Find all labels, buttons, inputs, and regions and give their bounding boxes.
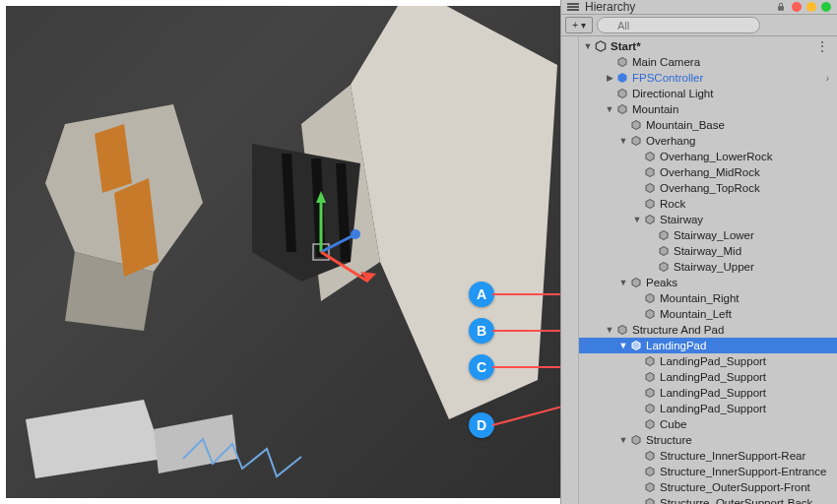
tree-row[interactable]: Mountain_Right xyxy=(579,290,837,306)
foldout-icon[interactable]: ▶ xyxy=(605,73,614,83)
svg-marker-6 xyxy=(311,158,326,257)
foldout-icon[interactable]: ▼ xyxy=(618,435,628,445)
scene-view[interactable]: A B C D xyxy=(6,6,560,498)
foldout-icon[interactable]: ▼ xyxy=(632,215,642,224)
svg-marker-1 xyxy=(301,85,380,301)
tree-row[interactable]: Main Camera xyxy=(579,54,837,70)
foldout-icon[interactable]: ▼ xyxy=(605,104,614,114)
tree-row-prefab[interactable]: ▶ FPSController › xyxy=(579,70,837,86)
gameobject-icon xyxy=(643,370,657,384)
node-label: Structure_OuterSupport-Front xyxy=(660,481,810,493)
foldout-icon[interactable]: ▼ xyxy=(583,41,593,51)
tree-row-selected[interactable]: ▼LandingPad xyxy=(579,338,837,353)
tree-row[interactable]: Structure_OuterSupport-Front xyxy=(579,479,837,495)
tree-row[interactable]: Overhang_TopRock xyxy=(579,180,837,196)
traffic-red[interactable] xyxy=(792,2,802,12)
node-label: Stairway_Mid xyxy=(674,245,741,257)
hierarchy-toolbar: + ▾ xyxy=(561,15,837,36)
gameobject-icon xyxy=(643,449,657,463)
svg-rect-12 xyxy=(313,244,329,260)
gameobject-icon xyxy=(643,213,657,226)
tree-row[interactable]: Stairway_Upper xyxy=(579,259,837,275)
node-label: Overhang xyxy=(646,135,696,147)
tree-row[interactable]: ▼Stairway xyxy=(579,212,837,227)
traffic-yellow[interactable] xyxy=(806,2,816,12)
svg-point-16 xyxy=(351,229,360,239)
gameobject-icon xyxy=(615,102,629,116)
gameobject-icon xyxy=(643,165,657,179)
svg-marker-9 xyxy=(95,124,132,193)
panel-title: Hierarchy xyxy=(585,0,635,14)
node-label: Structure_InnerSupport-Rear xyxy=(660,450,805,462)
gameobject-icon xyxy=(643,465,657,478)
tree-row[interactable]: Rock xyxy=(579,196,837,212)
node-label: LandingPad_Support xyxy=(660,387,766,399)
hierarchy-tree[interactable]: ▼ Start* ⋮ Main Camera ▶ FPSController ›… xyxy=(579,36,837,504)
tree-row[interactable]: Directional Light xyxy=(579,86,837,101)
node-label: Structurre_OuterSupport-Back xyxy=(660,497,812,504)
tree-row[interactable]: LandingPad_Support xyxy=(579,385,837,401)
tree-row[interactable]: ▼Peaks xyxy=(579,275,837,290)
callout-a: A xyxy=(469,282,494,307)
gameobject-icon xyxy=(629,118,643,132)
unity-scene-icon xyxy=(594,39,608,53)
node-label: Overhang_LowerRock xyxy=(660,151,772,162)
foldout-icon[interactable]: ▼ xyxy=(618,136,628,146)
svg-marker-2 xyxy=(45,104,203,272)
gameobject-icon xyxy=(629,339,643,352)
gameobject-icon xyxy=(643,354,657,368)
tree-row[interactable]: Stairway_Lower xyxy=(579,227,837,243)
tree-row[interactable]: Structurre_OuterSupport-Back xyxy=(579,495,837,504)
callout-d: D xyxy=(469,412,494,438)
tree-row[interactable]: LandingPad_Support xyxy=(579,369,837,385)
node-label: Directional Light xyxy=(632,88,713,99)
lock-icon[interactable] xyxy=(776,2,786,12)
node-label: Mountain xyxy=(632,103,678,115)
gameobject-icon xyxy=(643,496,657,504)
tree-row[interactable]: LandingPad_Support xyxy=(579,401,837,416)
tree-row[interactable]: Structure_InnerSupport-Rear xyxy=(579,448,837,464)
svg-marker-0 xyxy=(351,6,557,419)
tree-row[interactable]: Stairway_Mid xyxy=(579,243,837,259)
svg-line-15 xyxy=(321,234,355,252)
tree-row[interactable]: ▼Mountain xyxy=(579,101,837,117)
create-dropdown[interactable]: + ▾ xyxy=(565,17,593,33)
svg-marker-18 xyxy=(360,272,376,282)
node-label: Structure And Pad xyxy=(632,324,724,336)
tree-row[interactable]: Overhang_MidRock xyxy=(579,164,837,180)
chevron-right-icon[interactable]: › xyxy=(826,73,829,84)
tree-row[interactable]: Mountain_Base xyxy=(579,117,837,133)
node-label: Stairway xyxy=(660,214,703,225)
callout-c: C xyxy=(469,354,494,380)
foldout-icon[interactable]: ▼ xyxy=(605,325,614,335)
node-label: FPSController xyxy=(632,72,703,84)
node-label: LandingPad_Support xyxy=(660,371,766,383)
search-input[interactable] xyxy=(597,17,760,33)
traffic-green[interactable] xyxy=(821,2,831,12)
gameobject-icon xyxy=(615,55,629,69)
tree-row[interactable]: LandingPad_Support xyxy=(579,353,837,369)
node-label: Structure_InnerSupport-Entrance xyxy=(660,466,826,477)
tree-row[interactable]: Structure_InnerSupport-Entrance xyxy=(579,464,837,479)
hierarchy-panel: Hierarchy + ▾ ▼ Start* ⋮ xyxy=(560,0,837,504)
tree-row[interactable]: ▼Structure xyxy=(579,432,837,448)
foldout-icon[interactable]: ▼ xyxy=(618,341,628,350)
tree-row[interactable]: Overhang_LowerRock xyxy=(579,149,837,164)
scene-row[interactable]: ▼ Start* ⋮ xyxy=(579,38,837,54)
tree-row[interactable]: ▼Structure And Pad xyxy=(579,322,837,338)
gameobject-icon xyxy=(643,402,657,415)
prefab-icon xyxy=(615,71,629,85)
node-label: Start* xyxy=(611,40,641,52)
gameobject-icon xyxy=(657,228,671,242)
foldout-icon[interactable]: ▼ xyxy=(618,278,628,287)
tree-row[interactable]: ▼Overhang xyxy=(579,133,837,149)
svg-marker-4 xyxy=(252,144,360,282)
scene-menu-icon[interactable]: ⋮ xyxy=(815,38,829,54)
callout-b: B xyxy=(469,318,494,344)
node-label: Main Camera xyxy=(632,56,700,68)
tree-row[interactable]: Cube xyxy=(579,416,837,432)
svg-marker-5 xyxy=(282,154,296,252)
node-label: Mountain_Base xyxy=(646,119,725,131)
panel-header[interactable]: Hierarchy xyxy=(561,0,837,15)
tree-row[interactable]: Mountain_Left xyxy=(579,306,837,322)
